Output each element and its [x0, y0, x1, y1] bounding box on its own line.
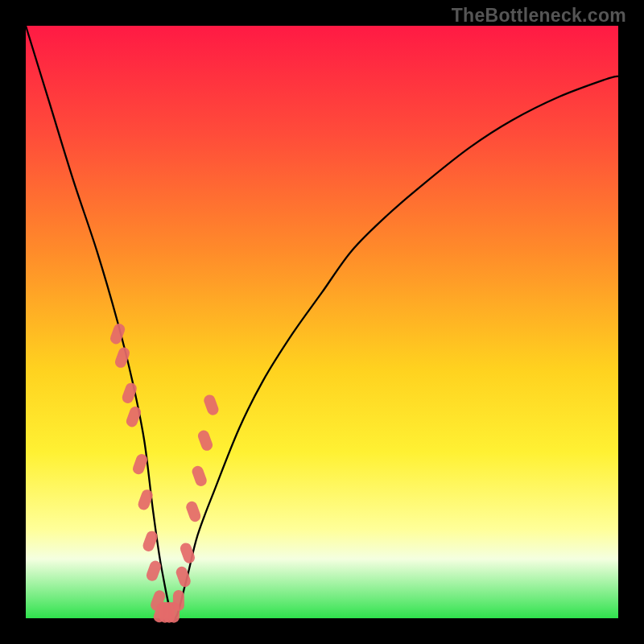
svg-rect-17 — [191, 464, 208, 488]
svg-rect-18 — [196, 429, 214, 452]
bottleneck-curve — [26, 26, 618, 618]
svg-rect-13 — [173, 590, 184, 611]
curve-svg — [26, 26, 618, 618]
watermark-text: TheBottleneck.com — [452, 5, 626, 27]
plot-area — [26, 26, 618, 618]
svg-rect-19 — [202, 393, 220, 416]
chart-frame: TheBottleneck.com — [0, 0, 644, 644]
svg-rect-16 — [184, 500, 202, 523]
